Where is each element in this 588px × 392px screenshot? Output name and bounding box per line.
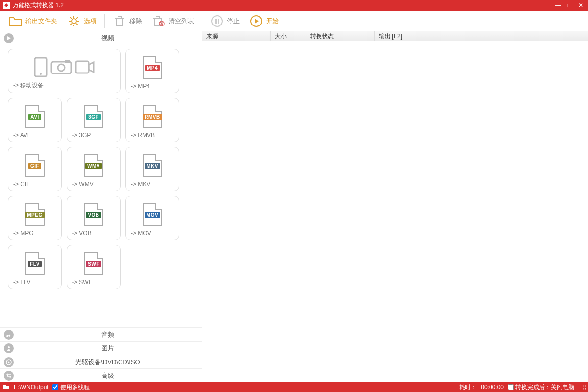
- rmvb-tag: RMVB: [143, 114, 162, 120]
- format-card-mobile[interactable]: -> 移动设备: [8, 49, 121, 93]
- format-card-avi[interactable]: AVI-> AVI: [8, 98, 62, 142]
- remove-label: 移除: [129, 17, 142, 25]
- stop-button[interactable]: 停止: [206, 12, 244, 30]
- advanced-category-icon: [4, 371, 14, 381]
- window-close-button[interactable]: ✕: [578, 2, 583, 9]
- format-card-gif[interactable]: GIF-> GIF: [8, 147, 62, 191]
- swf-tag: SWF: [86, 261, 101, 267]
- svg-point-24: [8, 361, 10, 363]
- statusbar: E:\WNOutput 使用多线程 耗时： 00:00:00 转换完成后：关闭电…: [0, 382, 588, 392]
- format-card-flv[interactable]: FLV-> FLV: [8, 245, 62, 289]
- multithread-checkbox[interactable]: 使用多线程: [52, 383, 90, 392]
- mkv-file-icon: MKV: [131, 150, 174, 181]
- 3gp-file-icon: 3GP: [72, 101, 115, 132]
- output-path[interactable]: E:\WNOutput: [14, 384, 49, 391]
- mpg-tag: MPEG: [25, 212, 44, 218]
- table-body[interactable]: [202, 41, 588, 382]
- col-size[interactable]: 大小: [271, 31, 306, 41]
- start-button[interactable]: 开始: [245, 12, 283, 30]
- window-minimize-button[interactable]: —: [555, 2, 561, 9]
- remove-button[interactable]: 移除: [109, 12, 146, 30]
- format-label-vob: -> VOB: [72, 230, 115, 237]
- format-card-mpg[interactable]: MPEG-> MPG: [8, 196, 62, 240]
- stop-label: 停止: [227, 17, 240, 25]
- format-label-mov: -> MOV: [131, 230, 174, 237]
- col-source[interactable]: 来源: [202, 31, 271, 41]
- category-video[interactable]: 视频: [0, 31, 202, 45]
- window-maximize-button[interactable]: □: [568, 2, 571, 9]
- table-header: 来源 大小 转换状态 输出 [F2]: [202, 31, 588, 41]
- category-audio[interactable]: 音频: [0, 327, 202, 341]
- svg-point-0: [72, 19, 76, 24]
- col-status[interactable]: 转换状态: [306, 31, 375, 41]
- statusbar-folder-icon[interactable]: [3, 384, 10, 391]
- category-video-label: 视频: [18, 34, 198, 43]
- clear-list-label: 清空列表: [169, 17, 194, 25]
- shutdown-checkbox[interactable]: 转换完成后：关闭电脑: [508, 383, 574, 392]
- col-output[interactable]: 输出 [F2]: [375, 31, 588, 41]
- format-card-rmvb[interactable]: RMVB-> RMVB: [125, 98, 179, 142]
- format-label-3gp: -> 3GP: [72, 132, 115, 139]
- 3gp-tag: 3GP: [86, 114, 101, 120]
- format-label-mobile: -> 移动设备: [13, 81, 115, 90]
- folder-icon: [9, 14, 23, 28]
- format-card-mkv[interactable]: MKV-> MKV: [125, 147, 179, 191]
- category-footer: 音频 图片 光驱设备\DVD\CD\ISO 高级: [0, 327, 202, 382]
- svg-line-7: [70, 24, 72, 25]
- options-label: 选项: [84, 17, 97, 25]
- avi-file-icon: AVI: [13, 101, 56, 132]
- image-category-icon: [4, 343, 14, 353]
- video-category-icon: [4, 33, 14, 43]
- vob-file-icon: VOB: [72, 199, 115, 230]
- format-label-mkv: -> MKV: [131, 181, 174, 188]
- category-image[interactable]: 图片: [0, 341, 202, 355]
- toolbar: 输出文件夹 选项 移除 清空列表 停止 开始: [0, 11, 588, 31]
- mobile-devices-icon: [13, 52, 115, 81]
- elapsed-label: 耗时：: [459, 383, 477, 392]
- app-icon: [3, 2, 10, 9]
- app-title: 万能格式转换器 1.2: [13, 1, 555, 10]
- options-button[interactable]: 选项: [63, 12, 100, 30]
- toolbar-separator: [104, 14, 105, 28]
- svg-point-22: [8, 346, 10, 348]
- format-card-vob[interactable]: VOB-> VOB: [67, 196, 121, 240]
- svg-point-12: [212, 16, 222, 26]
- category-advanced-label: 高级: [18, 371, 198, 380]
- start-label: 开始: [266, 17, 279, 25]
- svg-line-5: [70, 17, 72, 19]
- toolbar-separator: [202, 14, 202, 28]
- right-panel: 来源 大小 转换状态 输出 [F2]: [202, 31, 588, 382]
- disc-category-icon: [4, 357, 14, 367]
- multithread-input[interactable]: [52, 384, 58, 390]
- category-audio-label: 音频: [18, 330, 198, 339]
- left-panel: 视频 -> 移动设备MP4-> MP4AVI-> AVI3GP-> 3GPRMV…: [0, 31, 202, 382]
- wmv-tag: WMV: [85, 163, 102, 169]
- resize-grip[interactable]: ⣿: [578, 385, 585, 390]
- svg-rect-20: [65, 60, 70, 63]
- pause-icon: [210, 14, 224, 28]
- format-card-3gp[interactable]: 3GP-> 3GP: [67, 98, 121, 142]
- titlebar: 万能格式转换器 1.2 — □ ✕: [0, 0, 588, 11]
- main-area: 视频 -> 移动设备MP4-> MP4AVI-> AVI3GP-> 3GPRMV…: [0, 31, 588, 382]
- clear-list-button[interactable]: 清空列表: [148, 12, 198, 30]
- shutdown-label: 转换完成后：关闭电脑: [515, 383, 574, 392]
- play-icon: [249, 14, 263, 28]
- mp4-tag: MP4: [145, 65, 160, 71]
- category-advanced[interactable]: 高级: [0, 368, 202, 382]
- mp4-file-icon: MP4: [131, 52, 174, 83]
- category-disc[interactable]: 光驱设备\DVD\CD\ISO: [0, 355, 202, 368]
- format-label-mpg: -> MPG: [13, 230, 56, 237]
- shutdown-input[interactable]: [508, 384, 514, 390]
- vob-tag: VOB: [86, 212, 101, 218]
- format-card-mp4[interactable]: MP4-> MP4: [125, 49, 179, 93]
- format-card-wmv[interactable]: WMV-> WMV: [67, 147, 121, 191]
- swf-file-icon: SWF: [72, 248, 115, 279]
- format-card-mov[interactable]: MOV-> MOV: [125, 196, 179, 240]
- avi-tag: AVI: [28, 114, 41, 120]
- category-disc-label: 光驱设备\DVD\CD\ISO: [18, 358, 198, 367]
- format-card-swf[interactable]: SWF-> SWF: [67, 245, 121, 289]
- output-folder-button[interactable]: 输出文件夹: [5, 12, 61, 30]
- gif-file-icon: GIF: [13, 150, 56, 181]
- category-image-label: 图片: [18, 344, 198, 353]
- mpg-file-icon: MPEG: [13, 199, 56, 230]
